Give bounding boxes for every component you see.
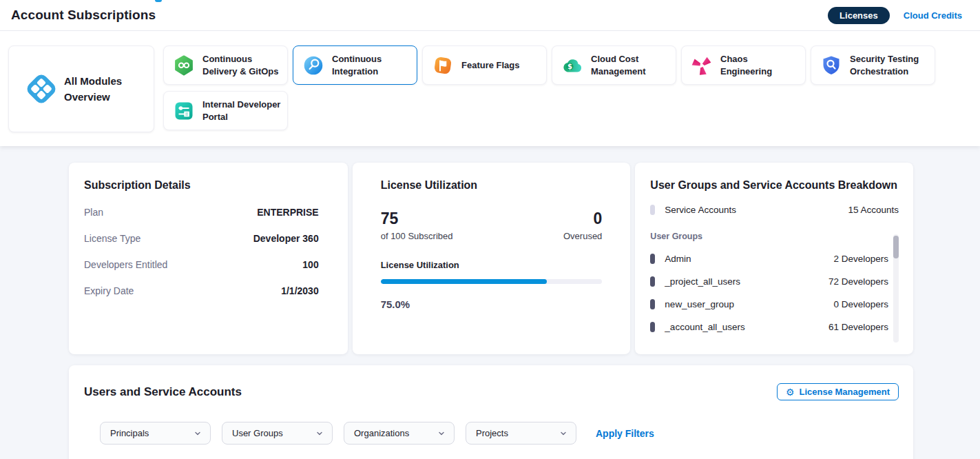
- cloud-credits-tab[interactable]: Cloud Credits: [904, 10, 962, 21]
- license-utilization-title: License Utilization: [381, 179, 603, 192]
- cloud-cost-icon: $: [561, 54, 583, 76]
- service-accounts-label: Service Accounts: [665, 205, 736, 215]
- user-group-row: Admin 2 Developers: [650, 254, 888, 264]
- detail-value: Developer 360: [253, 233, 319, 244]
- chevron-down-icon: [437, 429, 446, 438]
- user-group-pill-icon: [650, 299, 655, 309]
- chevron-down-icon: [315, 429, 324, 438]
- all-modules-overview-card[interactable]: All Modules Overview: [8, 45, 154, 132]
- detail-label: Plan: [84, 207, 103, 218]
- users-section-title: Users and Service Accounts: [84, 385, 242, 399]
- user-group-label: Admin: [665, 254, 691, 264]
- used-caption: of 100 Subscribed: [381, 231, 453, 241]
- chevron-down-icon: [559, 429, 567, 438]
- service-accounts-pill-icon: [650, 205, 655, 215]
- tile-chaos-engineering[interactable]: Chaos Engineering: [681, 45, 806, 85]
- license-management-button[interactable]: ⚙ License Management: [777, 383, 899, 400]
- user-group-value: 72 Developers: [828, 276, 888, 287]
- tile-label: Cloud Cost Management: [591, 53, 670, 77]
- detail-row: License Type Developer 360: [84, 233, 319, 244]
- security-testing-icon: [820, 54, 842, 76]
- users-service-accounts-card: Users and Service Accounts ⚙ License Man…: [69, 365, 913, 459]
- tile-continuous-delivery[interactable]: Continuous Delivery & GitOps: [163, 45, 288, 85]
- utilization-progress-track: [381, 279, 603, 284]
- user-group-row: _account_all_users 61 Developers: [650, 322, 888, 332]
- tile-internal-developer-portal[interactable]: Internal Developer Portal: [163, 91, 288, 130]
- license-management-label: License Management: [800, 387, 890, 397]
- used-count: 75: [381, 210, 453, 229]
- user-group-value: 61 Developers: [828, 322, 888, 332]
- chevron-down-icon: [194, 429, 202, 438]
- overused-count: 0: [563, 210, 602, 229]
- overused-caption: Overused: [563, 231, 602, 241]
- breakdown-card: User Groups and Service Accounts Breakdo…: [635, 163, 913, 354]
- user-group-value: 0 Developers: [833, 299, 888, 309]
- utilization-percent: 75.0%: [381, 298, 603, 310]
- license-utilization-card: License Utilization 75 of 100 Subscribed…: [353, 163, 631, 354]
- principals-dropdown-label: Principals: [110, 428, 149, 438]
- licenses-tab[interactable]: Licenses: [828, 7, 890, 24]
- service-accounts-row: Service Accounts 15 Accounts: [650, 205, 899, 215]
- user-group-pill-icon: [650, 254, 655, 264]
- main-content: Subscription Details Plan ENTERPRISE Lic…: [69, 163, 913, 459]
- top-section: Account Subscriptions Licenses Cloud Cre…: [0, 0, 980, 146]
- apply-filters-link[interactable]: Apply Filters: [596, 428, 654, 439]
- tile-cloud-cost[interactable]: $ Cloud Cost Management: [552, 45, 676, 85]
- detail-value: 100: [302, 259, 318, 270]
- tile-label: Continuous Delivery & GitOps: [202, 53, 282, 77]
- overused-block: 0 Overused: [563, 210, 602, 241]
- user-group-label: _account_all_users: [665, 322, 744, 332]
- user-groups-heading: User Groups: [650, 232, 899, 241]
- tile-security-testing[interactable]: Security Testing Orchestration: [811, 45, 935, 85]
- detail-row: Developers Entitled 100: [84, 259, 319, 270]
- detail-row: Expiry Date 1/1/2030: [84, 285, 319, 296]
- subscription-details-card: Subscription Details Plan ENTERPRISE Lic…: [69, 163, 348, 354]
- subscription-details-title: Subscription Details: [84, 179, 319, 192]
- breakdown-title: User Groups and Service Accounts Breakdo…: [650, 179, 899, 192]
- organizations-dropdown[interactable]: Organizations: [344, 422, 455, 445]
- tile-feature-flags[interactable]: Feature Flags: [422, 45, 547, 85]
- tile-label: Continuous Integration: [332, 53, 411, 77]
- user-group-pill-icon: [650, 276, 655, 287]
- tile-label: Security Testing Orchestration: [850, 53, 929, 77]
- projects-dropdown[interactable]: Projects: [466, 422, 576, 445]
- detail-label: Developers Entitled: [84, 259, 167, 270]
- detail-label: License Type: [84, 233, 140, 244]
- utilization-progress-fill: [381, 279, 547, 284]
- tile-label: Feature Flags: [461, 59, 520, 72]
- user-group-row: new_user_group 0 Developers: [650, 299, 888, 309]
- user-group-pill-icon: [650, 322, 655, 332]
- service-accounts-value: 15 Accounts: [848, 205, 899, 215]
- groups-scrollbar-track[interactable]: [893, 234, 899, 343]
- user-group-row: _project_all_users 72 Developers: [650, 276, 888, 287]
- user-group-label: new_user_group: [665, 299, 734, 309]
- detail-label: Expiry Date: [84, 285, 134, 296]
- svg-text:$: $: [567, 63, 572, 70]
- all-modules-icon: [24, 72, 59, 106]
- cd-gitops-icon: [173, 54, 195, 76]
- module-tiles: Continuous Delivery & GitOps Continuous …: [163, 45, 941, 130]
- user-group-value: 2 Developers: [833, 254, 888, 264]
- internal-developer-portal-icon: [173, 100, 195, 122]
- organizations-dropdown-label: Organizations: [354, 428, 409, 438]
- user-groups-dropdown[interactable]: User Groups: [222, 422, 333, 445]
- projects-dropdown-label: Projects: [476, 428, 508, 438]
- principals-dropdown[interactable]: Principals: [100, 422, 211, 445]
- detail-row: Plan ENTERPRISE: [84, 207, 319, 218]
- page-header: Account Subscriptions Licenses Cloud Cre…: [0, 0, 980, 31]
- tile-continuous-integration[interactable]: Continuous Integration: [293, 45, 417, 85]
- tile-label: Internal Developer Portal: [202, 99, 282, 123]
- detail-value: ENTERPRISE: [257, 207, 318, 218]
- user-groups-dropdown-label: User Groups: [232, 428, 283, 438]
- utilization-bar-label: License Utilization: [381, 260, 603, 270]
- gear-icon: ⚙: [786, 387, 795, 397]
- page-title: Account Subscriptions: [11, 8, 156, 23]
- detail-value: 1/1/2030: [281, 285, 319, 296]
- user-group-label: _project_all_users: [665, 276, 740, 287]
- used-licenses-block: 75 of 100 Subscribed: [381, 210, 453, 241]
- ci-icon: [302, 54, 324, 76]
- filters-row: Principals User Groups Organizations Pro…: [84, 422, 899, 445]
- all-modules-overview-label: All Modules Overview: [64, 73, 144, 105]
- tile-label: Chaos Engineering: [720, 53, 800, 77]
- groups-scrollbar-thumb[interactable]: [893, 236, 899, 258]
